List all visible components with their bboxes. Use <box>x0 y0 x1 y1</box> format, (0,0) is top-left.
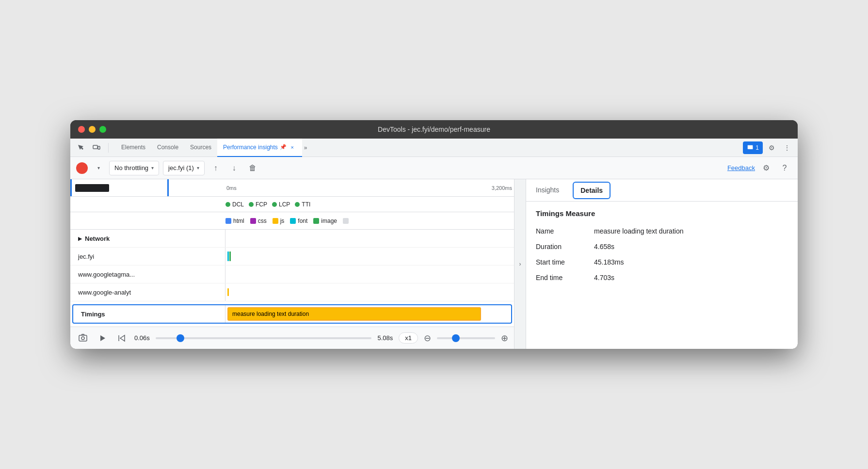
legend-js: js <box>273 218 285 224</box>
track-google-analytics[interactable]: www.google-analyt <box>70 283 514 301</box>
screenshot-icon[interactable] <box>76 331 90 345</box>
window-title: DevTools - jec.fyi/demo/perf-measure <box>378 125 490 133</box>
speed-badge[interactable]: x1 <box>399 332 418 344</box>
tab-sources[interactable]: Sources <box>184 139 217 157</box>
tab-insights-label: Insights <box>536 186 559 194</box>
playback-slider[interactable] <box>156 337 372 339</box>
close-button[interactable] <box>78 126 85 133</box>
network-section-label: ▶ Network <box>70 230 225 247</box>
url-dropdown[interactable]: jec.fyi (1) ▾ <box>163 161 205 175</box>
dropdown-arrow-btn[interactable]: ▾ <box>92 161 105 175</box>
timings-label-text: Timings <box>81 311 105 318</box>
device-toggle-icon[interactable] <box>90 141 103 155</box>
marker-lcp: LCP <box>272 201 290 208</box>
tab-console-label: Console <box>157 144 178 151</box>
ruler-start-label: 0ms <box>226 185 237 191</box>
track-jec-fyi-content <box>225 248 514 265</box>
js-swatch <box>273 218 278 224</box>
chat-badge[interactable]: 1 <box>743 141 763 154</box>
js-label: js <box>280 218 285 224</box>
url-label: jec.fyi (1) <box>168 164 194 172</box>
detail-key-name: Name <box>536 227 594 235</box>
delete-icon[interactable]: 🗑 <box>245 161 260 175</box>
panel-toggle[interactable]: › <box>514 179 526 349</box>
play-icon[interactable] <box>96 331 109 345</box>
tab-overflow[interactable]: » <box>304 144 307 151</box>
marker-dcl: DCL <box>225 201 244 208</box>
cursor-icon[interactable] <box>74 141 88 155</box>
ruler-end-label: 3,200ms <box>492 185 512 191</box>
tab-bar-right: 1 ⚙ ⋮ <box>743 141 794 155</box>
gtm-text: www.googletagma... <box>78 271 135 278</box>
tab-performance-insights[interactable]: Performance insights 📌 × <box>217 139 302 157</box>
tab-elements-label: Elements <box>121 144 145 151</box>
details-tabs: Insights Details <box>526 179 798 202</box>
detail-row-end: End time 4.703s <box>536 274 788 281</box>
track-googletagmanager[interactable]: www.googletagma... <box>70 266 514 283</box>
toolbar: ▾ No throttling ▾ jec.fyi (1) ▾ ↑ ↓ 🗑 Fe… <box>70 157 798 179</box>
main-content: 0ms 3,200ms DCL FCP <box>70 179 798 349</box>
skip-to-start-icon[interactable] <box>115 331 129 345</box>
detail-row-name: Name measure loading text duration <box>536 227 788 235</box>
more-swatch <box>343 218 349 224</box>
network-section-header[interactable]: ▶ Network <box>70 230 514 248</box>
settings-gear-icon[interactable]: ⚙ <box>759 161 773 175</box>
chat-count: 1 <box>755 144 759 151</box>
details-panel: Insights Details Timings Measure Name me… <box>526 179 798 349</box>
tti-label: TTI <box>302 201 310 208</box>
zoom-slider[interactable] <box>437 337 495 339</box>
tab-insights[interactable]: Insights <box>534 179 561 202</box>
tab-elements[interactable]: Elements <box>115 139 151 157</box>
detail-row-start: Start time 45.183ms <box>536 258 788 266</box>
black-measure-bar <box>75 184 109 192</box>
traffic-lights <box>78 126 106 133</box>
network-label-text: Network <box>85 235 110 242</box>
tab-console[interactable]: Console <box>151 139 184 157</box>
timing-measure-bar[interactable]: measure loading text duration <box>227 307 481 321</box>
track-gtm-label: www.googletagma... <box>70 266 225 283</box>
timeline-ruler: 0ms 3,200ms <box>70 179 514 197</box>
detail-key-end: End time <box>536 274 594 281</box>
html-label: html <box>233 218 244 224</box>
toolbar-right: Feedback ⚙ ? <box>727 161 792 175</box>
title-bar: DevTools - jec.fyi/demo/perf-measure <box>70 120 798 139</box>
detail-val-duration: 4.658s <box>594 243 614 250</box>
minimize-button[interactable] <box>89 126 96 133</box>
track-jec-fyi-label: jec.fyi <box>70 248 225 265</box>
track-gtm-content <box>225 266 514 283</box>
track-jec-fyi[interactable]: jec.fyi <box>70 248 514 266</box>
legend-css: css <box>250 218 267 224</box>
record-button[interactable] <box>76 162 88 174</box>
detail-key-start: Start time <box>536 258 594 266</box>
detail-val-end: 4.703s <box>594 274 614 281</box>
legend-row: html css js font <box>70 212 514 230</box>
more-options-icon[interactable]: ⋮ <box>780 141 794 155</box>
timings-row[interactable]: Timings measure loading text duration <box>72 304 512 324</box>
svg-marker-4 <box>100 335 105 341</box>
image-label: image <box>321 218 337 224</box>
network-section-content <box>225 230 514 247</box>
download-icon[interactable]: ↓ <box>227 161 241 175</box>
fcp-label: FCP <box>256 201 267 208</box>
throttling-dropdown[interactable]: No throttling ▾ <box>109 161 159 175</box>
throttling-label: No throttling <box>114 164 148 172</box>
legend-more <box>343 218 349 224</box>
tab-details-label: Details <box>580 187 603 194</box>
url-arrow-icon: ▾ <box>197 165 199 171</box>
timings-content: measure loading text duration <box>225 305 511 323</box>
zoom-in-icon[interactable]: ⊕ <box>501 333 508 344</box>
help-icon[interactable]: ? <box>777 161 792 175</box>
panel-toggle-icon: › <box>519 261 521 267</box>
playback-slider-container <box>156 337 372 339</box>
legend-html: html <box>225 218 244 224</box>
tab-close-button[interactable]: × <box>289 143 296 151</box>
settings-icon[interactable]: ⚙ <box>765 141 778 155</box>
image-swatch <box>313 218 319 224</box>
maximize-button[interactable] <box>99 126 106 133</box>
network-expand-icon: ▶ <box>78 236 82 241</box>
tab-details[interactable]: Details <box>573 182 611 199</box>
feedback-link[interactable]: Feedback <box>727 164 755 172</box>
upload-icon[interactable]: ↑ <box>209 161 223 175</box>
pin-icon: 📌 <box>280 144 287 150</box>
zoom-out-icon[interactable]: ⊖ <box>424 333 431 344</box>
